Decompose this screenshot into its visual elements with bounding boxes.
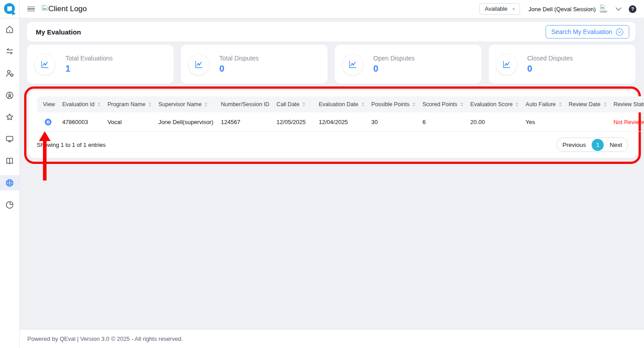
column-header-program-name[interactable]: Program Name — [104, 96, 155, 112]
line-chart-icon — [188, 54, 209, 75]
sort-icon[interactable] — [205, 102, 207, 107]
column-header-possible-points[interactable]: Possible Points — [368, 96, 419, 112]
monitor-icon — [5, 134, 14, 144]
sort-icon[interactable] — [362, 102, 364, 107]
qeval-q-logo-icon — [3, 2, 17, 16]
sort-icon[interactable] — [149, 102, 151, 107]
stat-value: 0 — [527, 64, 573, 74]
user-menu-chevron[interactable] — [615, 7, 622, 11]
sidebar-item-monitoring[interactable] — [0, 131, 19, 146]
cell-call-date: 12/05/2025 — [273, 112, 315, 132]
sort-icon[interactable] — [98, 102, 100, 107]
page-title-card: My Evaluation Search My Evaluation — [27, 22, 635, 42]
cell-number-session-id: 124567 — [217, 112, 273, 132]
column-header-review-date[interactable]: Review Date — [565, 96, 610, 112]
stat-card-total-disputes: Total Disputes 0 — [181, 45, 328, 84]
agent-badge-icon — [5, 90, 14, 100]
sidebar-item-favorites[interactable] — [0, 109, 19, 125]
availability-status-value: Available — [485, 6, 508, 12]
sidebar-item-reports[interactable] — [0, 197, 19, 212]
pagination: Previous 1 Next — [556, 137, 628, 152]
sort-icon[interactable] — [559, 102, 562, 107]
sidebar-item-knowledge-base[interactable] — [0, 153, 19, 168]
column-header-review-status[interactable]: Review Status — [610, 96, 644, 112]
broken-image-icon — [42, 5, 48, 11]
chevron-down-icon — [615, 7, 622, 11]
sidebar-item-home[interactable] — [0, 21, 19, 37]
stat-label: Total Evaluations — [65, 55, 113, 62]
cell-auto-failure: Yes — [522, 112, 565, 132]
cell-scored-points: 6 — [419, 112, 467, 132]
column-header-view: View — [37, 96, 59, 112]
sort-icon[interactable] — [461, 102, 463, 107]
main-content-area: My Evaluation Search My Evaluation Total… — [20, 18, 644, 329]
sort-icon[interactable] — [604, 102, 606, 107]
help-button[interactable]: ? — [629, 5, 636, 13]
stat-card-closed-disputes: Closed Disputes 0 — [489, 45, 635, 84]
select-caret-icon: ▼ — [512, 7, 516, 11]
sidebar-item-agent-badge[interactable] — [0, 87, 19, 103]
cell-review-status: Not Reviewed — [610, 112, 644, 132]
client-logo-alt-text: Client Logo — [48, 5, 87, 13]
sidebar-item-my-evaluation[interactable] — [0, 175, 19, 190]
sort-icon[interactable] — [303, 102, 305, 107]
sidebar-item-transfers[interactable] — [0, 43, 19, 59]
column-header-call-date[interactable]: Call Date — [273, 96, 315, 112]
star-icon — [5, 112, 14, 122]
broken-image-icon — [600, 4, 606, 9]
line-chart-icon — [34, 54, 55, 75]
left-navigation-sidebar — [0, 18, 20, 348]
column-header-evaluation-id[interactable]: Evaluation Id — [59, 96, 104, 112]
previous-page-button[interactable]: Previous — [557, 142, 592, 148]
avatar-alt-text: User — [600, 10, 607, 13]
cell-evaluation-date: 12/04/2025 — [315, 112, 367, 132]
evaluations-table-card: View Evaluation Id Program Name Supervis… — [29, 90, 637, 158]
stat-label: Closed Disputes — [527, 55, 573, 62]
stat-value: 0 — [373, 64, 415, 74]
sort-icon[interactable] — [516, 102, 518, 107]
stat-label: Total Disputes — [219, 55, 259, 62]
cell-evaluation-id: 47860003 — [59, 112, 104, 132]
cell-program-name: Vocal — [104, 112, 155, 132]
stat-card-total-evaluations: Total Evaluations 1 — [27, 45, 174, 84]
column-header-number-session-id: Number/Session ID — [217, 96, 273, 112]
column-header-supervisor-name[interactable]: Supervisor Name — [155, 96, 218, 112]
availability-status-select[interactable]: Available ▼ — [479, 3, 520, 15]
entries-summary: Showing 1 to 1 of 1 entries — [37, 142, 106, 148]
view-evaluation-button[interactable] — [45, 119, 51, 125]
table-header-row: View Evaluation Id Program Name Supervis… — [37, 96, 644, 112]
hamburger-menu-icon[interactable] — [27, 7, 35, 12]
page-title: My Evaluation — [36, 28, 81, 36]
column-header-scored-points[interactable]: Scored Points — [419, 96, 467, 112]
client-logo-broken-image: Client Logo — [42, 5, 87, 13]
stat-card-open-disputes: Open Disputes 0 — [335, 45, 482, 84]
search-my-evaluation-label: Search My Evaluation — [551, 28, 612, 35]
current-page-button[interactable]: 1 — [592, 139, 604, 151]
eye-icon — [47, 120, 50, 124]
cell-evaluation-score: 20.00 — [467, 112, 522, 132]
column-header-evaluation-score[interactable]: Evaluation Score — [467, 96, 522, 112]
red-highlight-rectangle: View Evaluation Id Program Name Supervis… — [24, 86, 641, 164]
open-book-icon — [5, 156, 14, 166]
column-header-evaluation-date[interactable]: Evaluation Date — [315, 96, 367, 112]
pie-chart-icon — [5, 200, 14, 210]
next-page-button[interactable]: Next — [604, 142, 628, 148]
cell-supervisor-name: Jone Dell(supervisor) — [155, 112, 218, 132]
cell-possible-points: 30 — [368, 112, 419, 132]
user-avatar-broken-image[interactable]: User — [600, 4, 612, 13]
search-my-evaluation-button[interactable]: Search My Evaluation — [546, 25, 629, 39]
column-header-auto-failure[interactable]: Auto Failure — [522, 96, 565, 112]
globe-icon — [5, 178, 14, 188]
table-row: 47860003 Vocal Jone Dell(supervisor) 124… — [37, 112, 644, 132]
user-settings-icon — [5, 69, 14, 78]
cell-review-date — [565, 112, 610, 132]
sort-icon[interactable] — [413, 102, 415, 107]
home-icon — [5, 25, 14, 34]
stat-value: 1 — [65, 64, 113, 74]
chevron-circle-icon — [616, 28, 623, 36]
stat-value: 0 — [219, 64, 259, 74]
user-display-name: Jone Dell (Qeval Session) — [529, 6, 596, 13]
top-header-bar: Client Logo Available ▼ Jone Dell (Qeval… — [0, 0, 644, 18]
app-logo[interactable] — [0, 0, 20, 18]
sidebar-item-user-settings[interactable] — [0, 65, 19, 81]
